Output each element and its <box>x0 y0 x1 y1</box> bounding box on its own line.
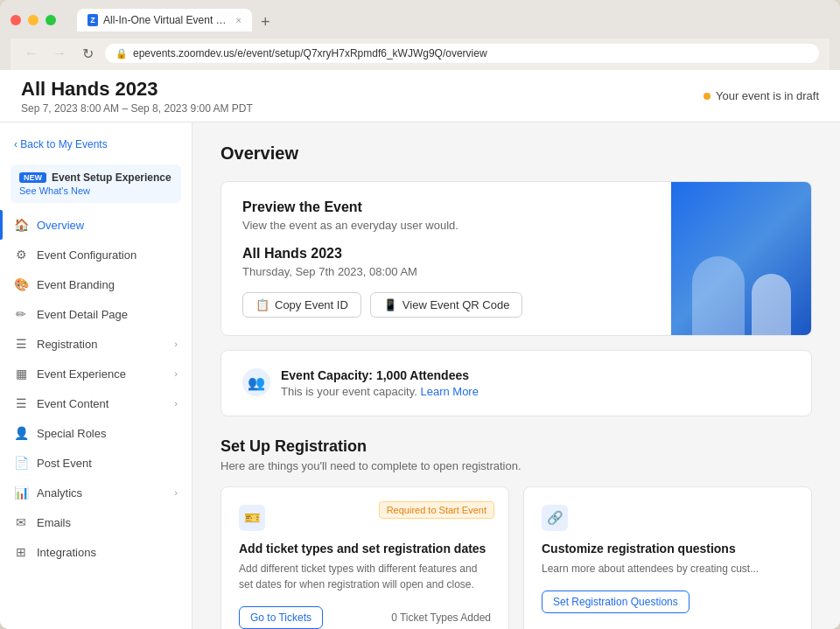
app-container: All Hands 2023 Sep 7, 2023 8:00 AM – Sep… <box>0 70 840 629</box>
browser-controls: Z All-In-One Virtual Event Platfo... × + <box>10 9 830 31</box>
preview-actions: 📋 Copy Event ID 📱 View Event QR Code <box>242 292 650 318</box>
sidebar-label-registration: Registration <box>37 338 97 351</box>
new-badge: NEW <box>19 172 46 183</box>
status-label: Your event is in draft <box>716 89 819 102</box>
event-status: Your event is in draft <box>704 89 819 102</box>
edit-icon: ✏ <box>14 307 28 321</box>
set-registration-questions-button[interactable]: Set Registration Questions <box>542 591 690 613</box>
preview-event-image <box>671 182 811 335</box>
questions-card-footer: Set Registration Questions <box>542 591 794 613</box>
sidebar-item-event-configuration[interactable]: ⚙ Event Configuration <box>0 240 192 269</box>
sidebar-label-analytics: Analytics <box>37 486 82 500</box>
emails-icon: ✉ <box>14 515 28 529</box>
capacity-card: 👥 Event Capacity: 1,000 Attendees This i… <box>220 350 812 416</box>
registration-cards: Required to Start Event 🎫 Add ticket typ… <box>220 486 812 629</box>
sidebar-item-event-experience[interactable]: ▦ Event Experience › <box>0 359 192 388</box>
learn-more-link[interactable]: Learn More <box>420 385 478 398</box>
experience-icon: ▦ <box>14 367 28 381</box>
view-qr-code-button[interactable]: 📱 View Event QR Code <box>370 292 523 318</box>
sidebar-label-integrations: Integrations <box>37 546 96 559</box>
lock-icon: 🔒 <box>116 48 128 59</box>
sidebar-label-overview: Overview <box>37 219 84 232</box>
browser-window: Z All-In-One Virtual Event Platfo... × +… <box>0 0 840 629</box>
sidebar-item-integrations[interactable]: ⊞ Integrations <box>0 537 192 567</box>
maximize-dot[interactable] <box>46 15 56 25</box>
questions-icon: 🔗 <box>542 505 568 531</box>
chevron-down-icon: › <box>174 339 178 349</box>
forward-nav-button[interactable]: → <box>49 45 70 61</box>
tickets-card: Required to Start Event 🎫 Add ticket typ… <box>220 486 509 629</box>
event-setup-label: NEW Event Setup Experience <box>19 171 172 184</box>
sidebar-item-registration[interactable]: ☰ Registration › <box>0 329 192 359</box>
questions-card-desc: Learn more about attendees by creating c… <box>542 561 794 577</box>
sidebar-item-post-event[interactable]: 📄 Post Event <box>0 448 192 478</box>
preview-card-inner: Preview the Event View the event as an e… <box>221 182 811 335</box>
tickets-card-title: Add ticket types and set registration da… <box>239 542 491 556</box>
capacity-desc: This is your event capacity. Learn More <box>281 385 479 398</box>
minimize-dot[interactable] <box>28 15 38 25</box>
back-to-events-link[interactable]: ‹ Back to My Events <box>0 133 192 161</box>
go-to-tickets-button[interactable]: Go to Tickets <box>239 606 323 629</box>
active-tab[interactable]: Z All-In-One Virtual Event Platfo... × <box>77 9 252 31</box>
status-dot <box>704 93 710 100</box>
sidebar-label-event-content: Event Content <box>37 397 108 410</box>
qr-icon: 📱 <box>383 298 397 311</box>
url-text: epevents.zoomdev.us/e/event/setup/Q7xryH… <box>133 47 487 59</box>
sidebar-item-event-branding[interactable]: 🎨 Event Branding <box>0 269 192 299</box>
sidebar-item-event-content[interactable]: ☰ Event Content › <box>0 388 192 418</box>
registration-section-title: Set Up Registration <box>220 437 812 456</box>
preview-section-desc: View the event as an everyday user would… <box>242 219 650 232</box>
gear-icon: ⚙ <box>14 248 28 262</box>
tickets-card-footer: Go to Tickets 0 Ticket Types Added <box>239 606 491 629</box>
setup-title: Event Setup Experience <box>52 171 172 184</box>
sidebar-item-analytics[interactable]: 📊 Analytics › <box>0 478 192 507</box>
sidebar-label-special-roles: Special Roles <box>37 427 107 440</box>
see-whats-new-link[interactable]: See What's New <box>19 185 172 196</box>
close-dot[interactable] <box>10 15 21 25</box>
back-nav-button[interactable]: ← <box>21 45 42 61</box>
event-date: Sep 7, 2023 8:00 AM – Sep 8, 2023 9:00 A… <box>21 102 253 115</box>
sidebar-item-emails[interactable]: ✉ Emails <box>0 507 192 537</box>
main-content: Overview Preview the Event View the even… <box>192 122 840 629</box>
copy-event-id-button[interactable]: 📋 Copy Event ID <box>242 292 361 318</box>
content-icon: ☰ <box>14 396 28 410</box>
sidebar: ‹ Back to My Events NEW Event Setup Expe… <box>0 122 192 629</box>
tab-title: All-In-One Virtual Event Platfo... <box>103 14 231 26</box>
sidebar-label-event-detail-page: Event Detail Page <box>37 308 128 321</box>
new-tab-button[interactable]: + <box>256 13 276 31</box>
browser-titlebar: Z All-In-One Virtual Event Platfo... × +… <box>0 0 840 70</box>
preview-section-title: Preview the Event <box>242 199 650 215</box>
sidebar-label-event-configuration: Event Configuration <box>37 248 136 262</box>
arch-shape-small <box>752 274 791 335</box>
questions-card-title: Customize registration questions <box>542 542 794 556</box>
sidebar-item-special-roles[interactable]: 👤 Special Roles <box>0 418 192 448</box>
event-setup-banner: NEW Event Setup Experience See What's Ne… <box>10 164 181 203</box>
app-body: ‹ Back to My Events NEW Event Setup Expe… <box>0 122 840 629</box>
tab-close-button[interactable]: × <box>236 15 242 25</box>
address-bar[interactable]: 🔒 epevents.zoomdev.us/e/event/setup/Q7xr… <box>105 44 819 63</box>
sidebar-label-event-branding: Event Branding <box>37 278 115 291</box>
sidebar-item-overview[interactable]: 🏠 Overview <box>0 210 192 240</box>
registration-section-desc: Here are things you'll need to complete … <box>220 459 812 472</box>
capacity-title: Event Capacity: 1,000 Attendees <box>281 368 469 382</box>
preview-image-shapes <box>692 256 791 335</box>
registration-questions-card: 🔗 Customize registration questions Learn… <box>523 486 812 629</box>
tickets-card-desc: Add different ticket types with differen… <box>239 561 491 592</box>
branding-icon: 🎨 <box>14 277 28 291</box>
post-event-icon: 📄 <box>14 456 28 470</box>
preview-card: Preview the Event View the event as an e… <box>220 181 812 336</box>
address-bar-container: ← → ↻ 🔒 epevents.zoomdev.us/e/event/setu… <box>10 38 830 70</box>
registration-icon: ☰ <box>14 337 28 351</box>
chevron-down-icon: › <box>174 398 178 409</box>
home-icon: 🏠 <box>14 218 28 232</box>
event-title: All Hands 2023 <box>21 78 253 101</box>
reload-button[interactable]: ↻ <box>77 45 98 62</box>
capacity-icon: 👥 <box>242 368 270 396</box>
tab-favicon: Z <box>88 14 98 26</box>
sidebar-item-event-detail-page[interactable]: ✏ Event Detail Page <box>0 299 192 329</box>
copy-icon: 📋 <box>256 298 270 311</box>
chevron-down-icon: › <box>174 368 178 379</box>
analytics-icon: 📊 <box>14 486 28 500</box>
capacity-text: Event Capacity: 1,000 Attendees This is … <box>281 368 479 398</box>
ticket-icon: 🎫 <box>239 505 265 531</box>
